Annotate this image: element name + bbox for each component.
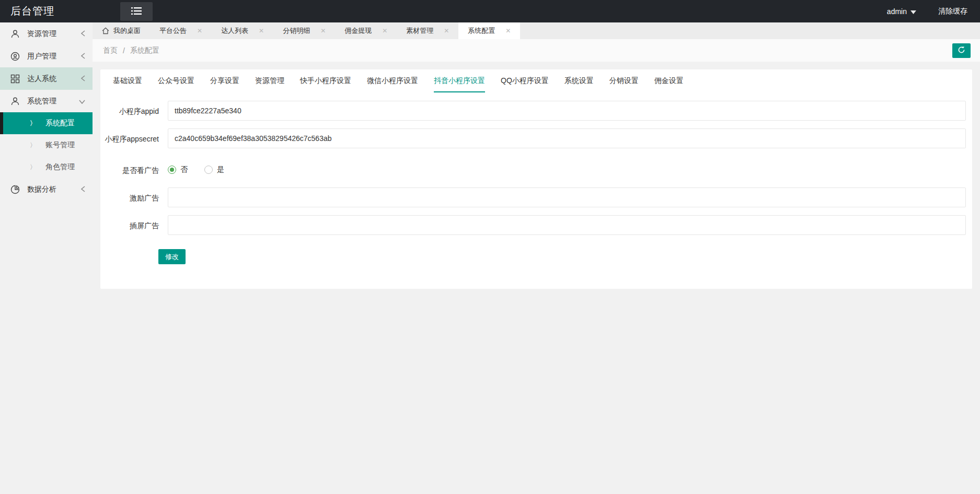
- form-row-appsecret: 小程序appsecret: [100, 128, 972, 148]
- radio-no-label[interactable]: 否: [180, 165, 188, 174]
- field-label: 激励广告: [105, 187, 159, 207]
- open-tab-material-mgmt[interactable]: 素材管理 ✕: [397, 22, 458, 39]
- tab-resource-mgmt[interactable]: 资源管理: [255, 69, 284, 92]
- sidebar-item-resource-mgmt[interactable]: 资源管理: [0, 22, 93, 45]
- grid-icon: [10, 74, 20, 84]
- open-tab-system-config[interactable]: 系统配置 ✕: [458, 22, 520, 39]
- breadcrumb-home[interactable]: 首页: [103, 46, 118, 55]
- close-icon[interactable]: ✕: [320, 27, 326, 34]
- sidebar-subitem-label: 系统配置: [45, 119, 75, 128]
- chevron-left-icon: [81, 30, 85, 38]
- breadcrumb-separator: /: [123, 46, 125, 55]
- form-row-interstitial-ad: 插屏广告: [100, 215, 972, 235]
- pie-chart-icon: [10, 185, 20, 194]
- sidebar-subitem-account-mgmt[interactable]: 〉 账号管理: [0, 134, 93, 156]
- user-icon: [10, 29, 20, 39]
- app-title: 后台管理: [10, 0, 54, 22]
- open-tab-desktop[interactable]: 我的桌面: [93, 22, 150, 39]
- sidebar-item-data-analysis[interactable]: 数据分析: [0, 178, 93, 201]
- close-icon[interactable]: ✕: [444, 27, 449, 34]
- sidebar-subitem-label: 账号管理: [45, 140, 75, 150]
- tab-system-settings[interactable]: 系统设置: [564, 69, 594, 92]
- tab-douyin-miniapp-settings[interactable]: 抖音小程序设置: [434, 69, 485, 92]
- sidebar-item-label: 用户管理: [27, 52, 56, 61]
- home-icon: [102, 27, 109, 34]
- radio-yes-label[interactable]: 是: [217, 165, 224, 174]
- sidebar-item-label: 数据分析: [27, 185, 56, 194]
- sidebar-item-label: 资源管理: [27, 29, 56, 39]
- sidebar-item-label: 达人系统: [27, 74, 56, 84]
- tab-kuaishou-miniapp-settings[interactable]: 快手小程序设置: [300, 69, 351, 92]
- arrow-right-icon: 〉: [30, 163, 36, 172]
- close-icon[interactable]: ✕: [259, 27, 264, 34]
- sidebar: 资源管理 用户管理 达人系统 系统管理 〉 系统配置: [0, 22, 93, 494]
- caret-down-icon: [910, 7, 916, 16]
- user-circle-icon: [10, 52, 20, 61]
- admin-user-icon: [10, 97, 20, 106]
- appid-input[interactable]: [168, 101, 966, 121]
- chevron-left-icon: [81, 185, 85, 194]
- tab-official-account-settings[interactable]: 公众号设置: [158, 69, 194, 92]
- field-label: 小程序appid: [105, 101, 159, 121]
- tab-basic-settings[interactable]: 基础设置: [113, 69, 142, 92]
- tab-share-settings[interactable]: 分享设置: [210, 69, 239, 92]
- reward-ad-input[interactable]: [168, 187, 966, 207]
- breadcrumb: 首页 / 系统配置: [103, 39, 159, 62]
- sidebar-subitem-role-mgmt[interactable]: 〉 角色管理: [0, 156, 93, 178]
- main-area: 基础设置 公众号设置 分享设置 资源管理 快手小程序设置 微信小程序设置 抖音小…: [93, 62, 980, 494]
- refresh-button[interactable]: [952, 43, 971, 58]
- interstitial-ad-input[interactable]: [168, 215, 966, 235]
- breadcrumb-current: 系统配置: [130, 46, 159, 55]
- open-tab-label: 达人列表: [221, 26, 248, 36]
- settings-form: 小程序appid 小程序appsecret 是否看广告 否 是: [100, 92, 972, 264]
- tab-wechat-miniapp-settings[interactable]: 微信小程序设置: [367, 69, 418, 92]
- chevron-left-icon: [81, 52, 85, 61]
- sidebar-subitem-label: 角色管理: [45, 162, 75, 172]
- open-tabs-bar: 我的桌面 平台公告 ✕ 达人列表 ✕ 分销明细 ✕ 佣金提现 ✕ 素材管理 ✕ …: [93, 22, 980, 39]
- close-icon[interactable]: ✕: [505, 27, 511, 34]
- refresh-icon: [958, 46, 965, 55]
- sidebar-item-user-mgmt[interactable]: 用户管理: [0, 45, 93, 67]
- open-tab-talent-list[interactable]: 达人列表 ✕: [212, 22, 273, 39]
- arrow-right-icon: 〉: [30, 141, 36, 150]
- tab-qq-miniapp-settings[interactable]: QQ小程序设置: [501, 69, 549, 92]
- submit-button[interactable]: 修改: [158, 249, 186, 264]
- chevron-down-icon: [79, 97, 85, 105]
- open-tab-label: 分销明细: [283, 26, 310, 36]
- close-icon[interactable]: ✕: [382, 27, 387, 34]
- settings-card: 基础设置 公众号设置 分享设置 资源管理 快手小程序设置 微信小程序设置 抖音小…: [100, 69, 972, 289]
- breadcrumb-bar: 首页 / 系统配置: [93, 39, 980, 62]
- menu-toggle-button[interactable]: [120, 2, 153, 21]
- open-tab-commission-withdraw[interactable]: 佣金提现 ✕: [335, 22, 397, 39]
- hamburger-icon: [131, 7, 142, 17]
- open-tab-label: 平台公告: [159, 26, 187, 36]
- field-label: 是否看广告: [105, 160, 159, 180]
- radio-no[interactable]: [168, 166, 176, 174]
- sidebar-subitem-system-config[interactable]: 〉 系统配置: [0, 112, 93, 134]
- close-icon[interactable]: ✕: [197, 27, 202, 34]
- open-tab-platform-notice[interactable]: 平台公告 ✕: [150, 22, 212, 39]
- form-row-reward-ad: 激励广告: [100, 187, 972, 207]
- settings-tabs: 基础设置 公众号设置 分享设置 资源管理 快手小程序设置 微信小程序设置 抖音小…: [100, 69, 972, 92]
- field-label: 小程序appsecret: [105, 128, 159, 148]
- header-right: admin 清除缓存: [878, 0, 980, 22]
- sidebar-item-talent-system[interactable]: 达人系统: [0, 67, 93, 90]
- open-tab-label: 佣金提现: [344, 26, 372, 36]
- clear-cache-button[interactable]: 清除缓存: [926, 0, 980, 22]
- field-label: 插屏广告: [105, 215, 159, 235]
- open-tab-label: 我的桌面: [113, 26, 141, 36]
- form-row-watch-ads: 是否看广告 否 是: [100, 160, 972, 180]
- sidebar-item-system-mgmt[interactable]: 系统管理: [0, 90, 93, 112]
- open-tab-label: 系统配置: [468, 26, 495, 36]
- tab-commission-settings[interactable]: 佣金设置: [654, 69, 684, 92]
- user-menu[interactable]: admin: [878, 0, 926, 22]
- chevron-left-icon: [81, 75, 85, 83]
- sidebar-item-label: 系统管理: [27, 97, 56, 106]
- app-header: 后台管理 admin 清除缓存: [0, 0, 980, 22]
- appsecret-input[interactable]: [168, 128, 966, 148]
- open-tab-label: 素材管理: [406, 26, 433, 36]
- username: admin: [887, 7, 907, 16]
- radio-yes[interactable]: [204, 166, 213, 174]
- open-tab-distribution-detail[interactable]: 分销明细 ✕: [273, 22, 335, 39]
- tab-distribution-settings[interactable]: 分销设置: [609, 69, 639, 92]
